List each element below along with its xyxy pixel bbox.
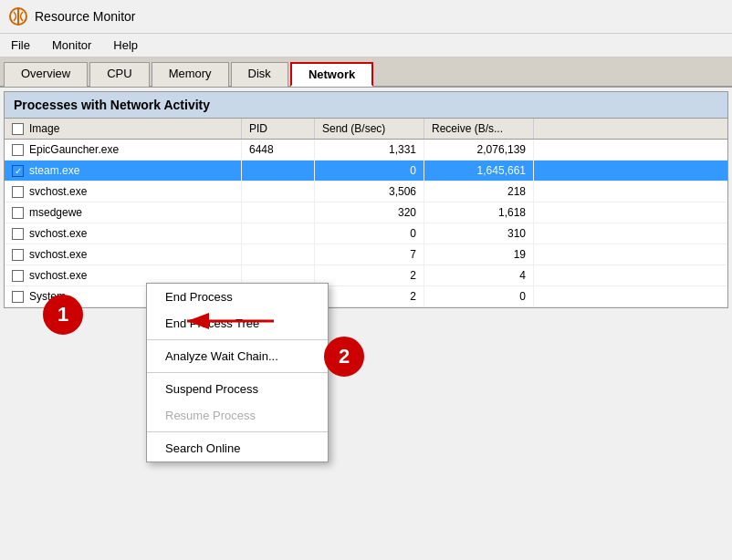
menu-separator: [147, 372, 328, 373]
tab-memory[interactable]: Memory: [152, 62, 229, 87]
menu-monitor[interactable]: Monitor: [48, 36, 95, 54]
cell-receive: 1,645,661: [424, 161, 534, 181]
table-row[interactable]: svchost.exe 7 19: [5, 244, 727, 265]
row-checkbox[interactable]: [12, 186, 24, 198]
cell-image: msedgewe: [5, 202, 242, 223]
row-checkbox[interactable]: [12, 207, 24, 219]
row-checkbox[interactable]: [12, 249, 24, 261]
context-menu-item[interactable]: Search Online: [147, 435, 328, 461]
cell-send: 3,506: [315, 181, 424, 202]
table-row[interactable]: System 2 0: [5, 286, 727, 307]
table-row[interactable]: svchost.exe 3,506 218: [5, 181, 727, 202]
tab-disk[interactable]: Disk: [231, 62, 288, 87]
cell-receive: 1,618: [424, 202, 534, 223]
table-row[interactable]: svchost.exe 2 4: [5, 265, 727, 286]
cell-send: 7: [315, 244, 424, 264]
table-row[interactable]: msedgewe 320 1,618: [5, 202, 727, 223]
table-body: EpicGauncher.exe 6448 1,331 2,076,139 st…: [5, 140, 727, 307]
header-checkbox[interactable]: [12, 123, 24, 135]
cell-send: 320: [315, 202, 424, 223]
cell-send: 2: [315, 265, 424, 285]
context-menu-item[interactable]: End Process: [147, 284, 328, 310]
title-bar: Resource Monitor: [0, 0, 732, 34]
cell-send: 0: [315, 223, 424, 244]
cell-send: 1,331: [315, 140, 424, 160]
row-checkbox[interactable]: [12, 228, 24, 240]
cell-receive: 310: [424, 223, 534, 244]
app-title: Resource Monitor: [35, 9, 136, 24]
context-menu-item[interactable]: End Process Tree: [147, 310, 328, 337]
cell-pid: [242, 244, 315, 264]
menu-separator: [147, 339, 328, 340]
table-header: Image PID Send (B/sec) Receive (B/s...: [5, 119, 727, 140]
cell-receive: 0: [424, 286, 534, 306]
cell-pid: [242, 161, 315, 181]
annotation-2: 2: [324, 337, 364, 377]
context-menu-item: Resume Process: [147, 402, 328, 429]
row-checkbox[interactable]: [12, 165, 24, 177]
cell-receive: 19: [424, 244, 534, 264]
col-send: Send (B/sec): [315, 119, 424, 139]
col-pid: PID: [242, 119, 315, 139]
tab-overview[interactable]: Overview: [4, 62, 88, 87]
row-checkbox[interactable]: [12, 291, 24, 303]
section-title: Processes with Network Activity: [5, 92, 727, 119]
cell-image: EpicGauncher.exe: [5, 140, 242, 160]
col-receive: Receive (B/s...: [424, 119, 534, 139]
menu-file[interactable]: File: [7, 36, 34, 54]
network-table: Image PID Send (B/sec) Receive (B/s... E…: [5, 119, 727, 307]
menu-help[interactable]: Help: [110, 36, 141, 54]
col-image: Image: [5, 119, 242, 139]
main-content: Processes with Network Activity Image PI…: [4, 91, 728, 308]
app-icon: [9, 7, 27, 26]
menu-bar: File Monitor Help: [0, 34, 732, 57]
cell-image: steam.exe: [5, 161, 242, 181]
menu-separator: [147, 431, 328, 432]
cell-receive: 4: [424, 265, 534, 285]
cell-image: svchost.exe: [5, 223, 242, 244]
cell-receive: 218: [424, 181, 534, 202]
cell-pid: [242, 181, 315, 202]
tab-network[interactable]: Network: [290, 62, 373, 87]
cell-pid: [242, 202, 315, 223]
tab-bar: Overview CPU Memory Disk Network: [0, 57, 732, 88]
table-row[interactable]: svchost.exe 0 310: [5, 223, 727, 244]
cell-pid: 6448: [242, 140, 315, 160]
row-checkbox[interactable]: [12, 144, 24, 156]
context-menu-item[interactable]: Suspend Process: [147, 376, 328, 402]
tab-cpu[interactable]: CPU: [89, 62, 149, 87]
cell-send: 2: [315, 286, 424, 306]
cell-receive: 2,076,139: [424, 140, 534, 160]
cell-pid: [242, 223, 315, 244]
cell-send: 0: [315, 161, 424, 181]
context-menu: End ProcessEnd Process TreeAnalyze Wait …: [146, 283, 329, 462]
row-checkbox[interactable]: [12, 270, 24, 282]
table-row[interactable]: EpicGauncher.exe 6448 1,331 2,076,139: [5, 140, 727, 161]
context-menu-item[interactable]: Analyze Wait Chain...: [147, 343, 328, 369]
cell-image: svchost.exe: [5, 181, 242, 202]
cell-image: svchost.exe: [5, 244, 242, 264]
table-row[interactable]: steam.exe 0 1,645,661: [5, 161, 727, 181]
